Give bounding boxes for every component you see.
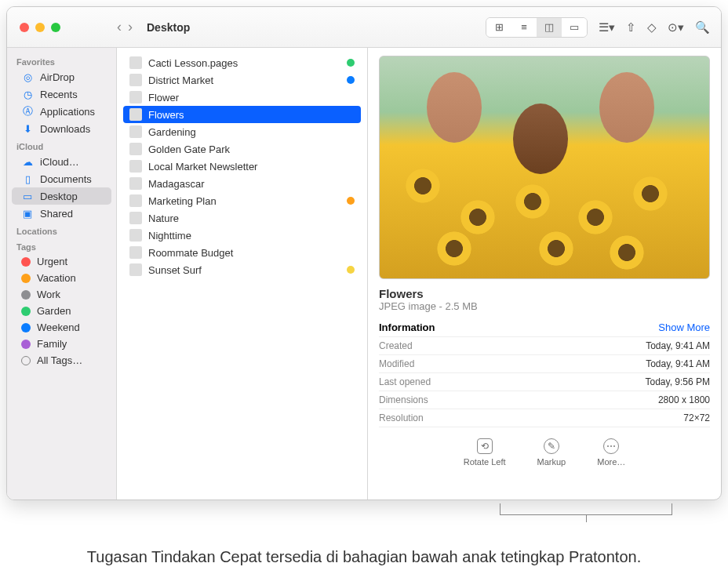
toolbar-right: ⊞ ≡ ◫ ▭ ☰▾ ⇧ ◇ ⊙▾ 🔍 (486, 17, 710, 38)
desktop-icon: ▭ (21, 190, 34, 202)
file-icon (129, 212, 142, 224)
more-icon[interactable]: ⊙▾ (668, 20, 684, 35)
titlebar: ‹ › Desktop ⊞ ≡ ◫ ▭ ☰▾ ⇧ ◇ ⊙▾ 🔍 (7, 7, 721, 48)
sidebar-tag[interactable]: Weekend (12, 319, 111, 336)
preview-subtitle: JPEG image - 2.5 MB (379, 300, 710, 312)
downloads-icon: ⬇ (21, 122, 34, 135)
callout-bracket (500, 503, 672, 522)
tag-dot-icon (21, 307, 31, 316)
file-icon (129, 108, 142, 121)
sidebar-tag[interactable]: Garden (12, 303, 111, 319)
sidebar-item-recents[interactable]: ◷Recents (12, 85, 111, 103)
show-more-link[interactable]: Show More (658, 322, 710, 333)
sidebar-tag[interactable]: All Tags… (12, 352, 111, 369)
gallery-view-button[interactable]: ▭ (562, 18, 587, 37)
column-view-button[interactable]: ◫ (537, 18, 562, 37)
sidebar-item-shared[interactable]: ▣Shared (12, 205, 111, 222)
share-icon[interactable]: ⇧ (626, 20, 636, 35)
sidebar-tag[interactable]: Urgent (12, 253, 111, 270)
file-row[interactable]: Madagascar (123, 175, 361, 192)
file-row[interactable]: Marketing Plan (123, 192, 361, 209)
tag-dot-icon (347, 59, 355, 67)
tag-dot-icon (21, 257, 31, 267)
file-icon (129, 177, 142, 190)
file-icon (129, 246, 142, 259)
icon-view-button[interactable]: ⊞ (486, 18, 511, 37)
file-icon (129, 229, 142, 242)
sidebar-item-applications[interactable]: ⒶApplications (12, 103, 111, 120)
info-row: ModifiedToday, 9:41 AM (379, 355, 710, 373)
view-switcher: ⊞ ≡ ◫ ▭ (486, 17, 588, 38)
preview-pane: Flowers JPEG image - 2.5 MB Information … (368, 48, 721, 500)
clock-icon: ◷ (21, 88, 34, 100)
forward-icon[interactable]: › (128, 19, 133, 35)
file-icon (129, 194, 142, 207)
rotate-left-button[interactable]: ⟲Rotate Left (464, 438, 506, 467)
quick-actions: ⟲Rotate Left ✎Markup ⋯More… (379, 438, 710, 467)
tag-dot-icon (21, 274, 31, 283)
sidebar-item-desktop[interactable]: ▭Desktop (12, 187, 111, 205)
tag-dot-icon (347, 266, 355, 274)
info-header: Information Show More (379, 318, 710, 337)
sidebar-head-icloud: iCloud (7, 137, 116, 153)
tag-dot-icon (21, 340, 31, 349)
file-icon (129, 74, 142, 86)
tag-dot-icon (347, 76, 355, 84)
group-icon[interactable]: ☰▾ (599, 20, 615, 35)
info-row: Last openedToday, 9:56 PM (379, 373, 710, 391)
apps-icon: Ⓐ (21, 105, 34, 118)
sidebar-item-downloads[interactable]: ⬇Downloads (12, 120, 111, 137)
file-icon (129, 91, 142, 104)
list-view-button[interactable]: ≡ (511, 18, 537, 37)
file-row[interactable]: Nature (123, 209, 361, 227)
zoom-icon[interactable] (51, 23, 60, 32)
back-icon[interactable]: ‹ (117, 19, 122, 35)
preview-title: Flowers (379, 287, 710, 300)
sidebar-tag[interactable]: Work (12, 286, 111, 303)
window-title: Desktop (147, 21, 190, 34)
sidebar-head-tags: Tags (7, 238, 116, 253)
file-icon (129, 125, 142, 138)
sidebar: Favorites ◎AirDrop ◷Recents ⒶApplication… (7, 48, 117, 500)
tag-dot-icon (21, 356, 31, 365)
minimize-icon[interactable] (35, 23, 45, 32)
file-row[interactable]: Flower (123, 89, 361, 106)
file-row[interactable]: Cacti Lesson.pages (123, 54, 361, 71)
tag-dot-icon (21, 323, 31, 332)
window-controls (7, 23, 117, 32)
close-icon[interactable] (20, 23, 29, 32)
markup-button[interactable]: ✎Markup (537, 438, 566, 467)
file-icon (129, 160, 142, 173)
file-row[interactable]: Local Market Newsletter (123, 158, 361, 175)
info-row: CreatedToday, 9:41 AM (379, 337, 710, 355)
caption-text: Tugasan Tindakan Cepat tersedia di bahag… (6, 546, 722, 568)
markup-icon: ✎ (544, 438, 559, 454)
preview-image (379, 56, 710, 279)
shared-icon: ▣ (21, 207, 34, 220)
file-icon (129, 143, 142, 155)
sidebar-tag[interactable]: Family (12, 336, 111, 352)
sidebar-item-icloud[interactable]: ☁iCloud… (12, 153, 111, 170)
tags-icon[interactable]: ◇ (647, 20, 657, 35)
tag-dot-icon (21, 290, 31, 300)
file-row[interactable]: Sunset Surf (123, 261, 361, 278)
sidebar-item-documents[interactable]: ▯Documents (12, 170, 111, 187)
sidebar-head-locations: Locations (7, 222, 116, 238)
file-row[interactable]: Flowers (123, 106, 361, 123)
sidebar-tag[interactable]: Vacation (12, 270, 111, 286)
ellipsis-icon: ⋯ (603, 438, 619, 454)
file-row[interactable]: Nighttime (123, 227, 361, 244)
airdrop-icon: ◎ (21, 71, 34, 83)
file-row[interactable]: Golden Gate Park (123, 140, 361, 158)
search-icon[interactable]: 🔍 (695, 20, 710, 35)
file-row[interactable]: Roommate Budget (123, 244, 361, 261)
sidebar-item-airdrop[interactable]: ◎AirDrop (12, 68, 111, 85)
nav-arrows: ‹ › (117, 19, 133, 35)
file-row[interactable]: Gardening (123, 123, 361, 140)
rotate-icon: ⟲ (477, 438, 493, 454)
file-icon (129, 56, 142, 69)
doc-icon: ▯ (21, 173, 34, 185)
file-list: Cacti Lesson.pagesDistrict MarketFlowerF… (117, 48, 368, 500)
file-row[interactable]: District Market (123, 71, 361, 89)
more-button[interactable]: ⋯More… (597, 438, 625, 467)
